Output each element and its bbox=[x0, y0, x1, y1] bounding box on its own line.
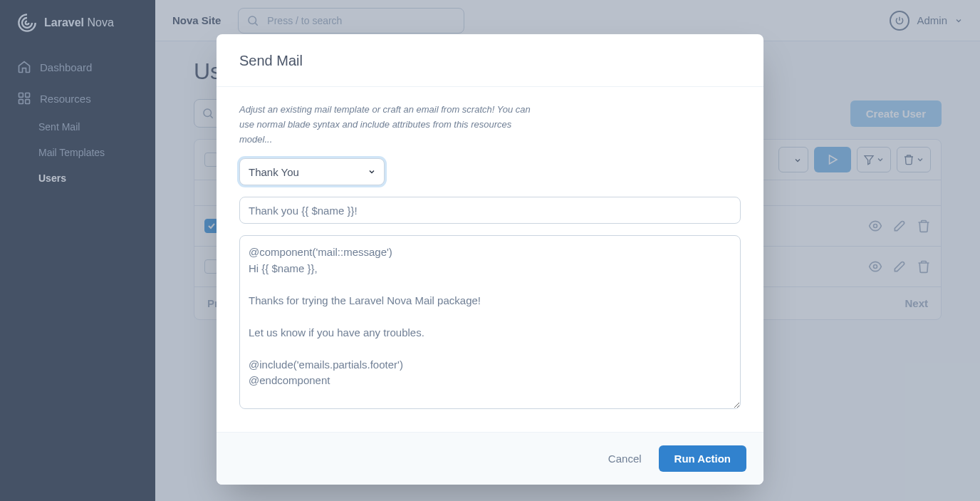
body-textarea[interactable]: @component('mail::message') Hi {{ $name … bbox=[239, 235, 741, 409]
send-mail-modal: Send Mail Adjust an existing mail templa… bbox=[217, 34, 763, 485]
modal-body: Adjust an existing mail template or craf… bbox=[217, 87, 763, 432]
template-select[interactable]: Thank You bbox=[239, 158, 385, 185]
cancel-button[interactable]: Cancel bbox=[608, 453, 642, 465]
run-action-button[interactable]: Run Action bbox=[659, 445, 746, 472]
subject-input[interactable] bbox=[239, 197, 741, 224]
template-select-wrap: Thank You bbox=[239, 158, 385, 185]
modal-help-text: Adjust an existing mail template or craf… bbox=[239, 103, 531, 147]
modal-header: Send Mail bbox=[217, 34, 763, 87]
modal-footer: Cancel Run Action bbox=[217, 432, 763, 485]
modal-overlay[interactable]: Send Mail Adjust an existing mail templa… bbox=[0, 0, 980, 501]
modal-title: Send Mail bbox=[239, 53, 741, 69]
